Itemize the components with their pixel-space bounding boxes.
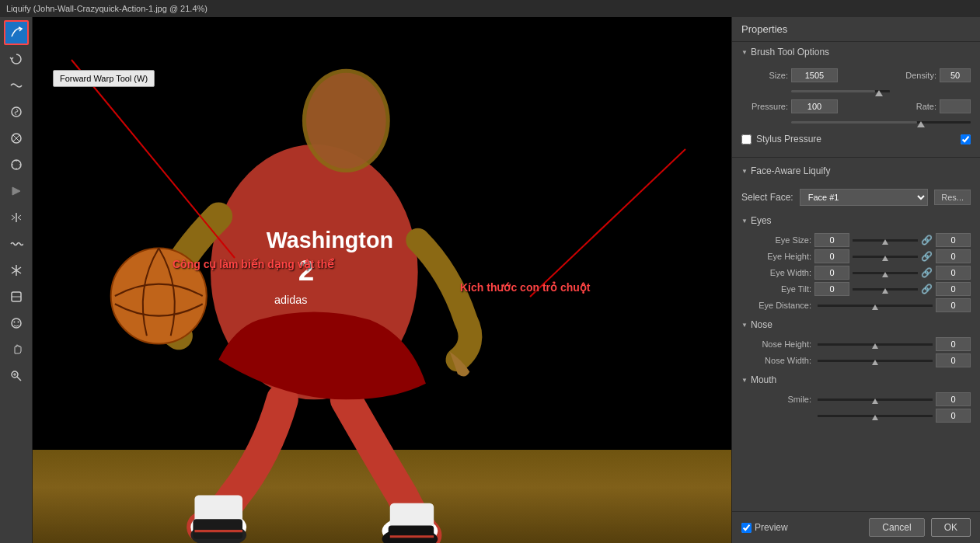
eye-distance-slider[interactable] bbox=[818, 300, 933, 311]
eye-height-label: Eye Height: bbox=[741, 252, 811, 261]
face-tool[interactable] bbox=[4, 311, 29, 336]
brush-tool-options-label: Brush Tool Options bbox=[751, 47, 829, 57]
nose-height-input[interactable] bbox=[936, 337, 971, 351]
mouth-collapse-icon: ▼ bbox=[741, 377, 748, 384]
smile-row: Smile: bbox=[741, 392, 971, 406]
smooth-tool[interactable] bbox=[4, 73, 29, 98]
size-label: Size: bbox=[741, 71, 788, 80]
pressure-input[interactable] bbox=[791, 99, 838, 113]
eye-tilt-slider[interactable] bbox=[853, 284, 918, 294]
panel-footer: Preview Cancel OK bbox=[732, 511, 980, 543]
density-label: Density: bbox=[905, 71, 936, 80]
stylus-pressure-row: Stylus Pressure bbox=[741, 131, 971, 148]
eye-width-row: Eye Width: 🔗 bbox=[741, 266, 971, 280]
forward-warp-tool[interactable] bbox=[4, 20, 29, 45]
eye-height-slider[interactable] bbox=[853, 251, 918, 262]
mouth-header[interactable]: ▼ Mouth bbox=[741, 370, 971, 390]
turbulence-tool[interactable] bbox=[4, 231, 29, 256]
stylus-pressure-checkbox[interactable] bbox=[741, 134, 752, 144]
brush-tool-options-header[interactable]: ▼ Brush Tool Options bbox=[732, 42, 980, 62]
pucker-tool[interactable] bbox=[4, 126, 29, 151]
eye-size-right-input[interactable] bbox=[936, 233, 971, 247]
eyes-collapse-icon: ▼ bbox=[741, 218, 748, 225]
stylus-pressure-right-checkbox[interactable] bbox=[961, 134, 971, 144]
eye-size-slider[interactable] bbox=[853, 235, 918, 245]
left-toolbar bbox=[0, 17, 33, 543]
eye-width-slider[interactable] bbox=[853, 267, 918, 278]
preview-checkbox[interactable] bbox=[741, 523, 752, 533]
pressure-label: Pressure: bbox=[741, 102, 788, 111]
mirror-tool[interactable] bbox=[4, 205, 29, 230]
mouth-extra-input[interactable] bbox=[936, 409, 971, 423]
brush-tool-options-content: Size: Density: Pressure: bbox=[732, 62, 980, 154]
nose-height-label: Nose Height: bbox=[741, 339, 811, 349]
face-aware-label: Face-Aware Liquify bbox=[751, 165, 831, 176]
eye-width-left-input[interactable] bbox=[814, 266, 849, 280]
eye-size-link-icon[interactable]: 🔗 bbox=[921, 235, 933, 245]
right-panel: Properties ▼ Brush Tool Options Size: De… bbox=[731, 17, 980, 543]
main-area: Washington 2 adidas bbox=[0, 17, 980, 543]
nose-height-slider[interactable] bbox=[818, 339, 933, 350]
hand-tool[interactable] bbox=[4, 337, 29, 362]
eye-tilt-right-input[interactable] bbox=[936, 282, 971, 296]
size-input[interactable] bbox=[791, 68, 838, 82]
preview-label: Preview bbox=[755, 522, 788, 533]
court-floor bbox=[33, 450, 731, 543]
eye-tilt-row: Eye Tilt: 🔗 bbox=[741, 282, 971, 296]
eye-tilt-link-icon[interactable]: 🔗 bbox=[921, 284, 933, 294]
nose-width-slider[interactable] bbox=[818, 355, 933, 366]
eye-width-link-icon[interactable]: 🔗 bbox=[921, 267, 933, 278]
eye-distance-label: Eye Distance: bbox=[741, 301, 811, 310]
canvas-area[interactable]: Washington 2 adidas bbox=[33, 17, 731, 543]
face-select[interactable]: Face #1 bbox=[800, 189, 929, 206]
annotation-cursor-text: Kích thước con trỏ chuột bbox=[460, 281, 590, 294]
annotation-tool-text: Công cụ làm biến dạng vật thể bbox=[173, 258, 334, 270]
eyes-header[interactable]: ▼ Eyes bbox=[741, 211, 971, 231]
eye-distance-row: Eye Distance: bbox=[741, 298, 971, 312]
svg-point-7 bbox=[13, 322, 15, 323]
eye-height-right-input[interactable] bbox=[936, 249, 971, 263]
eye-size-left-input[interactable] bbox=[814, 233, 849, 247]
eye-distance-input[interactable] bbox=[936, 298, 971, 312]
eye-width-right-input[interactable] bbox=[936, 266, 971, 280]
size-slider[interactable] bbox=[791, 85, 890, 96]
mouth-extra-slider[interactable] bbox=[818, 410, 933, 421]
bloat-tool[interactable] bbox=[4, 152, 29, 177]
svg-point-8 bbox=[17, 322, 19, 323]
properties-header: Properties bbox=[732, 17, 980, 42]
smile-input[interactable] bbox=[936, 392, 971, 406]
eye-height-link-icon[interactable]: 🔗 bbox=[921, 251, 933, 262]
ok-button[interactable]: OK bbox=[931, 518, 971, 537]
reconstruct-tool[interactable] bbox=[4, 47, 29, 71]
zoom-tool[interactable] bbox=[4, 364, 29, 388]
nose-collapse-icon: ▼ bbox=[741, 322, 748, 329]
twirl-tool[interactable] bbox=[4, 99, 29, 124]
panel-spacer bbox=[732, 431, 980, 511]
svg-line-10 bbox=[17, 377, 21, 381]
smile-label: Smile: bbox=[741, 395, 811, 404]
eye-height-left-input[interactable] bbox=[814, 249, 849, 263]
nose-header[interactable]: ▼ Nose bbox=[741, 315, 971, 335]
cancel-button[interactable]: Cancel bbox=[869, 518, 924, 537]
eye-height-row: Eye Height: 🔗 bbox=[741, 249, 971, 263]
select-face-label: Select Face: bbox=[741, 192, 793, 203]
freeze-tool[interactable] bbox=[4, 258, 29, 283]
pressure-row: Pressure: Rate: bbox=[741, 99, 971, 113]
canvas-image: Washington 2 adidas bbox=[33, 17, 731, 543]
size-row: Size: Density: bbox=[741, 68, 971, 82]
divider-1 bbox=[732, 157, 980, 158]
reset-button[interactable]: Res... bbox=[934, 190, 971, 205]
pressure-slider[interactable] bbox=[791, 117, 971, 127]
eye-tilt-left-input[interactable] bbox=[814, 282, 849, 296]
face-aware-header[interactable]: ▼ Face-Aware Liquify bbox=[732, 161, 980, 181]
density-input[interactable] bbox=[940, 68, 971, 82]
push-left-tool[interactable] bbox=[4, 179, 29, 204]
nose-width-input[interactable] bbox=[936, 353, 971, 367]
eye-tilt-label: Eye Tilt: bbox=[741, 284, 811, 294]
nose-height-row: Nose Height: bbox=[741, 337, 971, 351]
face-aware-content: Select Face: Face #1 Res... ▼ Eyes Eye S… bbox=[732, 181, 980, 431]
thaw-tool[interactable] bbox=[4, 284, 29, 309]
face-aware-collapse-icon: ▼ bbox=[741, 168, 748, 175]
smile-slider[interactable] bbox=[818, 394, 933, 405]
tooltip: Forward Warp Tool (W) bbox=[53, 70, 155, 87]
